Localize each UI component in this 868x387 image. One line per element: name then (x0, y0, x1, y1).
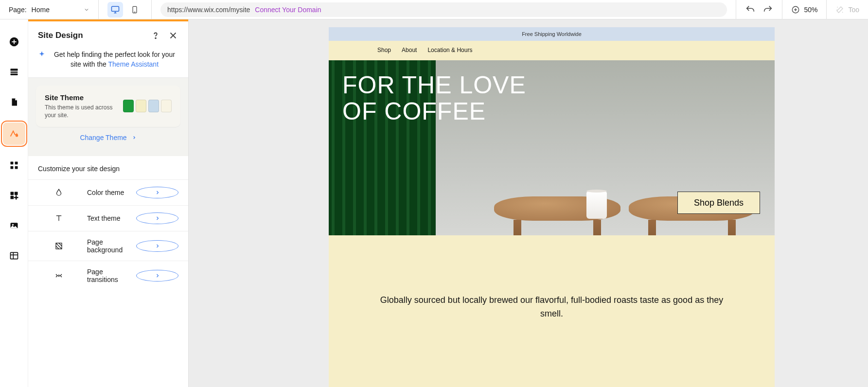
svg-rect-23 (10, 252, 18, 259)
hero-line2: OF COFFEE (342, 98, 486, 125)
chevron-down-icon (84, 7, 89, 13)
site-nav: ShopAboutLocation & Hours (329, 41, 775, 60)
svg-rect-18 (10, 192, 14, 195)
apps-button[interactable] (4, 156, 24, 175)
site-design-panel: Site Design Get help finding the perfect… (28, 19, 189, 387)
svg-line-32 (56, 243, 62, 249)
tools-label: Too (848, 6, 859, 14)
hero-line1: FOR THE LOVE (342, 71, 526, 99)
svg-rect-19 (14, 192, 18, 195)
svg-rect-20 (10, 196, 14, 199)
redo-icon (762, 4, 773, 15)
image-icon (9, 221, 19, 230)
desktop-view-button[interactable] (107, 2, 123, 18)
sections-icon (9, 67, 19, 77)
hero-cup (586, 192, 607, 219)
cms-button[interactable] (4, 246, 24, 265)
media-button[interactable] (4, 216, 24, 235)
droplet-icon (38, 188, 79, 197)
page-label: Page: (9, 6, 27, 14)
addons-button[interactable] (4, 186, 24, 205)
customize-row-label: Text theme (87, 214, 128, 222)
theme-swatch (123, 100, 134, 112)
hero-table-left (494, 196, 620, 221)
customize-row-droplet[interactable]: Color theme (28, 179, 188, 205)
add-elements-button[interactable] (4, 32, 24, 52)
zoom-value: 50% (804, 6, 817, 14)
desktop-icon (110, 5, 120, 15)
pages-button[interactable] (4, 92, 24, 112)
announcement-bar[interactable]: Free Shipping Worldwide (329, 27, 775, 41)
svg-point-26 (155, 38, 156, 39)
svg-rect-17 (15, 166, 18, 169)
customize-row-background[interactable]: Page background (28, 231, 188, 261)
customize-row-transitions[interactable]: Page transitions (28, 261, 188, 290)
row-open-button[interactable] (136, 187, 178, 198)
top-toolbar: Page: Home https://www.wix.com/mysite Co… (0, 0, 868, 19)
help-button[interactable] (150, 30, 161, 41)
svg-rect-16 (10, 166, 13, 169)
tools-button[interactable]: Too (827, 5, 868, 14)
customize-row-label: Color theme (87, 189, 128, 196)
wand-icon (835, 5, 844, 14)
left-rail (0, 19, 28, 387)
customize-row-text[interactable]: Text theme (28, 205, 188, 231)
nav-item[interactable]: Shop (377, 47, 391, 53)
tagline-section[interactable]: Globally sourced but locally brewed our … (329, 235, 775, 387)
shop-blends-button[interactable]: Shop Blends (677, 192, 760, 214)
svg-rect-11 (10, 69, 18, 70)
theme-swatch (161, 100, 172, 112)
customize-heading: Customize your site design (28, 156, 188, 179)
undo-button[interactable] (745, 4, 756, 15)
svg-rect-14 (10, 162, 13, 165)
undo-icon (745, 4, 756, 15)
row-open-button[interactable] (136, 240, 178, 252)
chevron-right-icon (132, 135, 137, 140)
theme-card-desc: This theme is used across your site. (45, 104, 114, 119)
theme-card-title: Site Theme (45, 93, 114, 102)
redo-button[interactable] (762, 4, 773, 15)
sparkle-icon (38, 51, 46, 58)
mobile-icon (131, 5, 139, 15)
zoom-control[interactable]: 50% (782, 5, 826, 14)
svg-point-35 (58, 275, 59, 276)
hero-title[interactable]: FOR THE LOVE OF COFFEE (342, 72, 526, 124)
theme-swatch (136, 100, 146, 112)
customize-row-label: Page background (87, 238, 128, 254)
tagline-text: Globally sourced but locally brewed our … (380, 295, 723, 318)
text-icon (38, 213, 79, 223)
site-design-icon (9, 128, 19, 139)
nav-item[interactable]: Location & Hours (427, 47, 472, 53)
table-icon (9, 251, 19, 261)
theme-swatch (148, 100, 159, 112)
theme-swatches (123, 100, 172, 112)
svg-rect-13 (10, 73, 18, 75)
zoom-plus-icon (791, 5, 800, 14)
nav-item[interactable]: About (402, 47, 417, 53)
close-panel-button[interactable] (168, 30, 178, 41)
change-theme-label: Change Theme (80, 134, 126, 141)
customize-row-label: Page transitions (87, 268, 128, 283)
change-theme-link[interactable]: Change Theme (36, 127, 180, 148)
editor-canvas[interactable]: Free Shipping Worldwide ShopAboutLocatio… (189, 19, 868, 387)
panel-title: Site Design (38, 31, 143, 40)
url-bar[interactable]: https://www.wix.com/mysite Connect Your … (160, 2, 727, 17)
background-icon (38, 241, 79, 251)
sections-button[interactable] (4, 62, 24, 82)
connect-domain-link[interactable]: Connect Your Domain (255, 6, 321, 14)
add-circle-icon (9, 36, 19, 47)
site-theme-card: Site Theme This theme is used across you… (36, 86, 180, 127)
transitions-icon (38, 271, 79, 281)
theme-assistant-link[interactable]: Theme Assistant (108, 60, 159, 68)
page-dropdown[interactable]: Home (32, 6, 89, 14)
row-open-button[interactable] (136, 212, 178, 224)
addons-icon (9, 191, 19, 200)
row-open-button[interactable] (136, 270, 178, 281)
cta-label: Shop Blends (694, 198, 744, 208)
site-design-button[interactable] (3, 123, 25, 145)
mobile-view-button[interactable] (127, 2, 142, 18)
svg-rect-12 (10, 71, 18, 73)
site-preview[interactable]: Free Shipping Worldwide ShopAboutLocatio… (329, 27, 775, 387)
svg-point-22 (12, 224, 13, 226)
svg-line-34 (59, 243, 62, 246)
